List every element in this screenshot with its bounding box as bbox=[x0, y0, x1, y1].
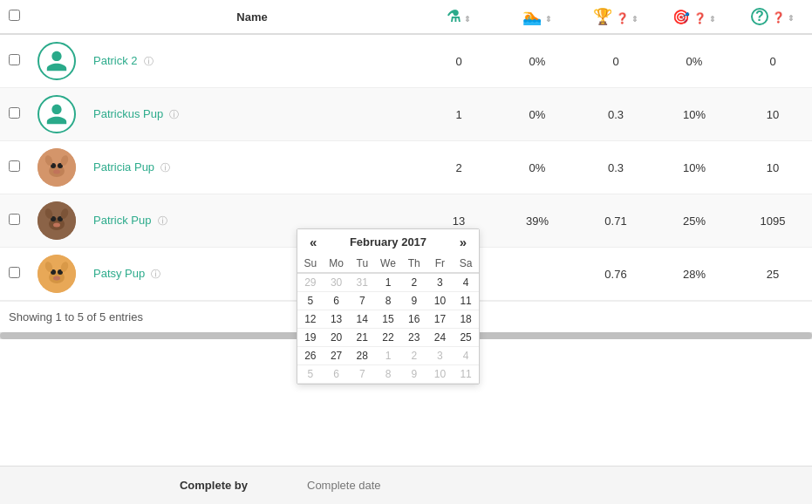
calendar-day[interactable]: 3 bbox=[427, 347, 454, 365]
calendar-day[interactable]: 25 bbox=[453, 329, 479, 347]
avatar bbox=[38, 95, 76, 133]
name-link[interactable]: Patrick 2 bbox=[93, 54, 138, 67]
calendar-day[interactable]: 9 bbox=[401, 365, 427, 384]
data-cell-2: 0.71 bbox=[577, 194, 655, 248]
sort-arrows-last[interactable]: ⇕ bbox=[788, 14, 795, 23]
name-link[interactable]: Patrick Pup bbox=[93, 214, 151, 227]
calendar-day[interactable]: 2 bbox=[401, 273, 427, 292]
last-col-header[interactable]: ? ❓ ⇕ bbox=[734, 0, 812, 34]
name-td: Patrickus Pup ⓘ bbox=[85, 88, 420, 141]
select-all-checkbox-header[interactable] bbox=[0, 0, 29, 34]
calendar-day[interactable]: 9 bbox=[401, 292, 427, 310]
circle-question-icon: ? bbox=[751, 8, 768, 25]
info-icon[interactable]: ⓘ bbox=[167, 109, 179, 119]
select-all-checkbox[interactable] bbox=[9, 10, 20, 21]
calendar-day[interactable]: 4 bbox=[453, 347, 479, 365]
sort-arrows-flask[interactable]: ⇕ bbox=[464, 15, 471, 24]
row-checkbox[interactable] bbox=[9, 54, 20, 65]
name-link[interactable]: Patsy Pup bbox=[93, 267, 145, 280]
complete-by-label: Complete by bbox=[0, 479, 297, 492]
calendar-day[interactable]: 27 bbox=[324, 347, 350, 365]
calendar-day[interactable]: 12 bbox=[297, 310, 324, 329]
sort-arrows-target[interactable]: ⇕ bbox=[709, 15, 716, 24]
calendar-day[interactable]: 19 bbox=[297, 329, 324, 347]
data-cell-2: 0.3 bbox=[577, 88, 655, 141]
calendar-day[interactable]: 5 bbox=[297, 292, 324, 310]
data-cell-0: 0 bbox=[420, 34, 498, 88]
calendar-day[interactable]: 7 bbox=[349, 292, 375, 310]
calendar-day[interactable]: 24 bbox=[427, 329, 454, 347]
calendar-day[interactable]: 23 bbox=[401, 329, 427, 347]
data-cell-2: 0.76 bbox=[577, 248, 655, 301]
row-checkbox[interactable] bbox=[9, 107, 20, 119]
calendar-prev-button[interactable]: « bbox=[306, 235, 320, 249]
info-icon[interactable]: ⓘ bbox=[158, 162, 170, 173]
help-target-icon[interactable]: ❓ bbox=[693, 12, 706, 24]
calendar-day[interactable]: 10 bbox=[427, 292, 454, 310]
data-cell-2: 0 bbox=[577, 34, 655, 88]
calendar-day[interactable]: 21 bbox=[349, 329, 375, 347]
calendar-day[interactable]: 10 bbox=[427, 365, 454, 384]
data-cell-4: 10 bbox=[734, 88, 812, 141]
calendar-day[interactable]: 11 bbox=[453, 292, 479, 310]
help-last-icon[interactable]: ❓ bbox=[772, 11, 785, 24]
name-link[interactable]: Patrickus Pup bbox=[93, 107, 163, 120]
info-icon[interactable]: ⓘ bbox=[141, 56, 154, 66]
avatar bbox=[38, 148, 76, 187]
info-icon[interactable]: ⓘ bbox=[148, 269, 160, 279]
calendar-day[interactable]: 14 bbox=[349, 310, 375, 329]
row-checkbox-td[interactable] bbox=[0, 141, 29, 194]
calendar-day[interactable]: 1 bbox=[375, 273, 401, 292]
calendar-day[interactable]: 18 bbox=[453, 310, 479, 329]
calendar-day[interactable]: 1 bbox=[375, 347, 401, 365]
table-row: Patricia Pup ⓘ20%0.310%10 bbox=[0, 141, 812, 194]
target-col-header[interactable]: 🎯 ❓ ⇕ bbox=[655, 0, 734, 34]
calendar-day[interactable]: 17 bbox=[427, 310, 454, 329]
sort-arrows-trophy[interactable]: ⇕ bbox=[631, 15, 638, 24]
calendar-day[interactable]: 3 bbox=[427, 273, 454, 292]
calendar-day[interactable]: 30 bbox=[324, 273, 350, 292]
trophy-icon: 🏆 bbox=[593, 8, 612, 25]
sort-arrows-swim[interactable]: ⇕ bbox=[545, 15, 552, 24]
row-checkbox[interactable] bbox=[9, 214, 20, 225]
help-trophy-icon[interactable]: ❓ bbox=[616, 12, 629, 24]
cal-day-header: Sa bbox=[453, 255, 479, 273]
calendar-day[interactable]: 15 bbox=[375, 310, 401, 329]
calendar-day[interactable]: 6 bbox=[324, 292, 350, 310]
svg-point-11 bbox=[53, 223, 60, 228]
calendar-day[interactable]: 26 bbox=[297, 347, 324, 365]
table-row: Patrickus Pup ⓘ10%0.310%10 bbox=[0, 88, 812, 141]
calendar-day[interactable]: 11 bbox=[453, 365, 479, 384]
calendar-day[interactable]: 8 bbox=[375, 365, 401, 384]
calendar-day[interactable]: 22 bbox=[375, 329, 401, 347]
name-link[interactable]: Patricia Pup bbox=[93, 160, 154, 174]
calendar-day[interactable]: 4 bbox=[453, 273, 479, 292]
cal-day-header: Fr bbox=[427, 255, 454, 273]
calendar-day[interactable]: 31 bbox=[349, 273, 375, 292]
row-checkbox[interactable] bbox=[9, 160, 20, 172]
calendar-day[interactable]: 29 bbox=[297, 273, 324, 292]
avatar bbox=[38, 42, 76, 80]
calendar-day[interactable]: 20 bbox=[324, 329, 350, 347]
row-checkbox[interactable] bbox=[9, 267, 20, 278]
row-checkbox-td[interactable] bbox=[0, 248, 29, 301]
data-cell-3: 10% bbox=[655, 88, 734, 141]
trophy-col-header[interactable]: 🏆 ❓ ⇕ bbox=[577, 0, 655, 34]
calendar-day[interactable]: 2 bbox=[401, 347, 427, 365]
calendar-day[interactable]: 8 bbox=[375, 292, 401, 310]
flask-col-header[interactable]: ⚗ ⇕ bbox=[420, 0, 498, 34]
info-icon[interactable]: ⓘ bbox=[154, 215, 167, 226]
calendar-day[interactable]: 6 bbox=[324, 365, 350, 384]
calendar-next-button[interactable]: » bbox=[456, 235, 470, 249]
complete-date-input[interactable] bbox=[297, 472, 812, 499]
row-checkbox-td[interactable] bbox=[0, 34, 29, 88]
row-checkbox-td[interactable] bbox=[0, 194, 29, 248]
calendar-day[interactable]: 28 bbox=[349, 347, 375, 365]
calendar-day[interactable]: 16 bbox=[401, 310, 427, 329]
calendar-day[interactable]: 5 bbox=[297, 365, 324, 384]
swim-col-header[interactable]: 🏊 ⇕ bbox=[498, 0, 577, 34]
calendar-week-row: 19202122232425 bbox=[297, 329, 479, 347]
calendar-day[interactable]: 13 bbox=[324, 310, 350, 329]
calendar-day[interactable]: 7 bbox=[349, 365, 375, 384]
row-checkbox-td[interactable] bbox=[0, 88, 29, 141]
